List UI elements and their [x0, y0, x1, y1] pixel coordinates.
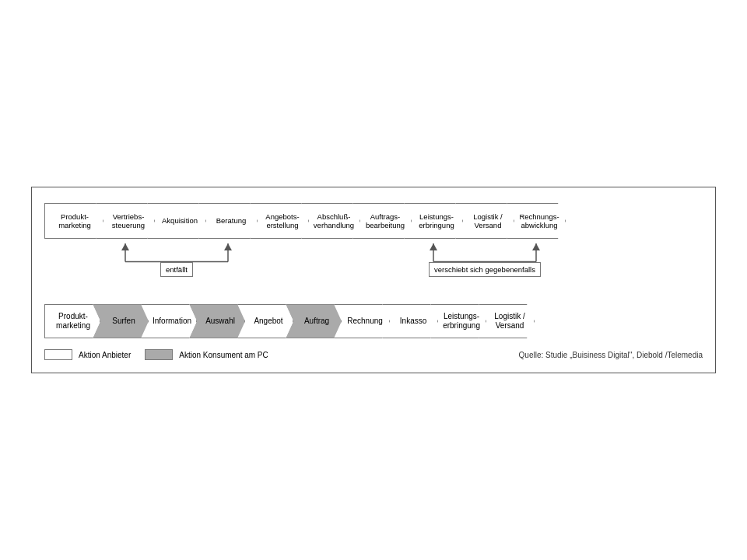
svg-marker-8	[532, 243, 540, 250]
entfaellt-label: entfällt	[160, 262, 193, 277]
top-arrow-4: Angebots-erstellung	[250, 203, 309, 239]
bottom-arrow-5: Auftrag	[286, 304, 342, 338]
top-arrow-5: Abschluß-verhandlung	[301, 203, 360, 239]
svg-marker-1	[121, 243, 129, 250]
legend-konsument-label: Aktion Konsument am PC	[179, 351, 268, 359]
annotation-svg	[44, 242, 703, 296]
main-container: Produkt-marketingVertriebs-steuerungAkqu…	[31, 187, 716, 373]
top-arrow-0: Produkt-marketing	[44, 203, 103, 239]
bottom-arrow-6: Rechnung	[334, 304, 390, 338]
legend-anbieter-label: Aktion Anbieter	[79, 351, 131, 359]
bottom-arrow-8: Leistungs-erbringung	[430, 304, 486, 338]
legend: Aktion Anbieter Aktion Konsument am PC Q…	[44, 349, 703, 360]
bottom-arrow-3: Auswahl	[189, 304, 245, 338]
bottom-arrow-0: Produkt-marketing	[44, 304, 100, 338]
top-arrow-8: Logistik /Versand	[455, 203, 514, 239]
bottom-arrow-4: Angebot	[237, 304, 293, 338]
bottom-arrow-row: Produkt-marketingSurfenInformationAuswah…	[44, 304, 703, 338]
top-section: Produkt-marketingVertriebs-steuerungAkqu…	[44, 203, 703, 296]
svg-marker-3	[224, 243, 232, 250]
verschiebt-label: verschiebt sich gegebenenfalls	[429, 262, 541, 277]
top-arrow-6: Auftrags-bearbeitung	[352, 203, 412, 239]
top-arrow-1: Vertriebs-steuerung	[96, 203, 155, 239]
bottom-arrow-1: Surfen	[93, 304, 149, 338]
top-arrow-2: Akquisition	[147, 203, 206, 239]
bottom-arrow-2: Information	[141, 304, 197, 338]
legend-konsument-box	[145, 349, 173, 360]
top-arrow-3: Beratung	[198, 203, 258, 239]
annotation-area: entfällt verschiebt sich gegebenenfalls	[44, 242, 703, 296]
top-arrow-9: Rechnungs-abwicklung	[507, 203, 566, 239]
top-arrow-row: Produkt-marketingVertriebs-steuerungAkqu…	[44, 203, 703, 239]
legend-source: Quelle: Studie „Buisiness Digital", Dieb…	[519, 351, 703, 359]
top-arrow-7: Leistungs-erbringung	[404, 203, 463, 239]
bottom-section: Produkt-marketingSurfenInformationAuswah…	[44, 304, 703, 338]
legend-anbieter-box	[44, 349, 72, 360]
bottom-arrow-7: Inkasso	[382, 304, 438, 338]
bottom-arrow-9: Logistik /Versand	[479, 304, 535, 338]
svg-marker-6	[430, 243, 437, 250]
